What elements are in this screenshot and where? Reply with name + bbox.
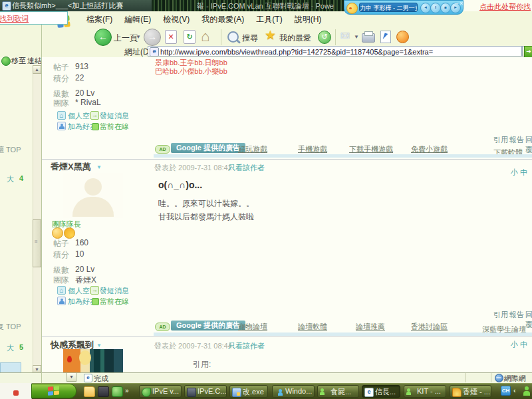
p1-message-link[interactable]: 發短消息 bbox=[100, 111, 129, 121]
menu-help[interactable]: 說明(H) bbox=[295, 14, 322, 25]
edit-icon[interactable] bbox=[380, 31, 391, 43]
p1-report-link[interactable]: 報告 bbox=[509, 135, 524, 145]
address-input[interactable]: e http://www.ipve.com/bbs/viewthread.php… bbox=[148, 46, 522, 57]
p3-avatar[interactable] bbox=[63, 349, 123, 372]
quicklaunch-overflow-chevron[interactable]: » bbox=[125, 387, 129, 394]
tray-messenger-icon[interactable] bbox=[523, 386, 531, 396]
bg-scrollbar-thumb[interactable] bbox=[33, 219, 41, 267]
bg-top-link-2[interactable]: 复 TOP bbox=[0, 322, 21, 332]
stop-button[interactable]: ✕ bbox=[165, 30, 177, 44]
background-window-titlebar[interactable]: e 信長類似mh>___<加上恒話打比賽 bbox=[0, 0, 153, 11]
p1-reply-link[interactable]: 回覆 bbox=[525, 135, 532, 155]
quicklaunch-folder-icon[interactable] bbox=[84, 386, 95, 397]
taskbar-button-windo[interactable]: Windo... bbox=[272, 385, 315, 398]
search-button-label[interactable]: 搜尋 bbox=[242, 33, 258, 44]
home-button[interactable]: ⌂ bbox=[201, 28, 209, 45]
back-button[interactable]: ← bbox=[94, 29, 112, 46]
background-window-corner bbox=[0, 383, 32, 399]
p2-message-icon[interactable]: → bbox=[90, 286, 99, 295]
player-minimize-button[interactable]: – bbox=[455, 0, 458, 7]
favorites-button-label[interactable]: 我的最愛 bbox=[279, 33, 311, 44]
favorites-star-icon[interactable]: ★ bbox=[265, 27, 276, 43]
p2-ad-link-1[interactable]: 寵物論壇 bbox=[238, 322, 267, 332]
p3-author-dropdown-icon[interactable]: ▼ bbox=[96, 342, 102, 348]
task-icon bbox=[275, 388, 283, 396]
forward-button[interactable]: → bbox=[144, 29, 161, 46]
taskbar-button-ipve-v[interactable]: IPvE v... bbox=[139, 385, 182, 398]
url-text[interactable]: http://www.ipve.com/bbs/viewthread.php?t… bbox=[160, 48, 513, 56]
p1-friend-icon[interactable] bbox=[57, 122, 66, 130]
p2-report-link[interactable]: 報告 bbox=[509, 310, 524, 320]
back-dropdown-icon[interactable]: ▼ bbox=[136, 34, 141, 40]
taskbar-button-ipve-c[interactable]: IPvE.C... bbox=[184, 385, 227, 398]
background-window-title: 信長類似mh>___<加上恒話打比賽 bbox=[12, 1, 123, 9]
toolbar-separator bbox=[221, 29, 221, 45]
p2-quote-link[interactable]: 引用 bbox=[493, 310, 508, 320]
go-button[interactable]: ➔ bbox=[524, 46, 532, 58]
p1-ad-link-1[interactable]: 好玩遊戲 bbox=[238, 144, 267, 154]
p3-font-size-widget[interactable]: 小 中 bbox=[511, 340, 527, 350]
taskbar-button-gai-exe[interactable]: 改.exe bbox=[229, 385, 268, 398]
menu-tools[interactable]: 工具(T) bbox=[256, 14, 282, 25]
menu-edit[interactable]: 編輯(E) bbox=[124, 14, 151, 25]
status-combo-button[interactable]: ▼ bbox=[66, 372, 76, 382]
taskbar-button-xiangyan[interactable]: 香煙 - ... bbox=[450, 385, 491, 398]
player-pause-button[interactable]: ‖ bbox=[430, 3, 441, 13]
p1-quote-link[interactable]: 引用 bbox=[493, 135, 508, 145]
search-icon[interactable] bbox=[227, 31, 239, 43]
p3-post-date: 發表於 2009-7-31 08:44 bbox=[154, 341, 232, 351]
p2-space-icon[interactable]: ⌂ bbox=[57, 286, 66, 295]
p3-only-author-link[interactable]: 只看該作者 bbox=[228, 341, 265, 351]
p1-message-icon[interactable]: → bbox=[90, 111, 99, 120]
p2-ad-link-2[interactable]: 論壇軟體 bbox=[298, 322, 327, 332]
menu-view[interactable]: 檢視(V) bbox=[163, 14, 190, 25]
p2-body-line: 哇。。原來可以汁裝嫁。。 bbox=[158, 198, 254, 209]
p1-space-icon[interactable]: ⌂ bbox=[57, 111, 66, 120]
taskbar-button-kit[interactable]: KIT - ... bbox=[404, 385, 446, 398]
lyrics-link[interactable]: 找到歌词 bbox=[0, 14, 29, 24]
p2-only-author-link[interactable]: 只看該作者 bbox=[228, 163, 265, 173]
p2-avatar[interactable] bbox=[63, 173, 123, 218]
tray-ime-indicator[interactable]: CH bbox=[501, 386, 511, 396]
player-prev-button[interactable]: ◄ bbox=[420, 3, 431, 13]
p1-level-value: 20 Lv bbox=[75, 88, 94, 98]
messenger-icon[interactable] bbox=[396, 31, 409, 43]
menu-file[interactable]: 檔案(F) bbox=[86, 14, 112, 25]
internet-zone-icon bbox=[495, 374, 503, 382]
lyrics-popup[interactable]: 找到歌词 bbox=[0, 11, 68, 25]
quicklaunch-green-app-icon[interactable] bbox=[112, 386, 123, 397]
mail-dropdown-icon[interactable]: ▼ bbox=[354, 34, 359, 40]
windows-flag-icon bbox=[48, 386, 61, 397]
tray-collapse-chevron[interactable]: ‹ bbox=[513, 386, 516, 394]
p2-author-name[interactable]: 香煙X黑萬 bbox=[51, 161, 91, 173]
bg-links-label[interactable]: 連結 bbox=[27, 56, 42, 66]
p2-message-link[interactable]: 發短消息 bbox=[100, 286, 129, 296]
taskbar-button-nobunaga-active[interactable]: e 信長... bbox=[362, 385, 400, 398]
start-button[interactable] bbox=[31, 384, 76, 398]
bg-top-link-1[interactable]: 壇 TOP bbox=[0, 145, 21, 155]
p2-ad-brand: Google 提供的廣告 bbox=[171, 321, 245, 331]
menu-favorites[interactable]: 我的最愛(A) bbox=[201, 14, 244, 25]
player-stop-button[interactable]: ■ bbox=[440, 3, 451, 13]
quicklaunch-app-icon[interactable] bbox=[98, 386, 109, 397]
p2-ad-link-4[interactable]: 香港討論區 bbox=[411, 322, 448, 332]
p2-friend-icon[interactable] bbox=[57, 297, 66, 305]
mail-icon[interactable]: ✉ bbox=[340, 29, 350, 43]
p1-ad-link-4[interactable]: 免費小遊戲 bbox=[411, 144, 448, 154]
print-icon[interactable] bbox=[362, 33, 375, 43]
promo-link[interactable]: 点击此处帮你找 bbox=[479, 2, 531, 12]
history-icon[interactable]: ↺ bbox=[318, 31, 331, 44]
p1-ad-link-2[interactable]: 手機遊戲 bbox=[298, 144, 327, 154]
p2-author-dropdown-icon[interactable]: ▼ bbox=[96, 164, 102, 170]
mini-player[interactable]: 力申 李彩樺 - 二男一女 ◄ ‖ ■ ► – × bbox=[344, 0, 464, 15]
player-close-button[interactable]: × bbox=[460, 0, 463, 7]
back-button-label[interactable]: 上一頁 bbox=[114, 33, 138, 44]
bg-go-label[interactable]: 移至 bbox=[11, 56, 26, 66]
refresh-button[interactable]: ↻ bbox=[184, 30, 196, 44]
p2-font-size-widget[interactable]: 小 中 bbox=[511, 168, 527, 178]
p1-ad-link-3[interactable]: 下載手機遊戲 bbox=[349, 144, 393, 154]
p2-ad-link-3[interactable]: 論壇推薦 bbox=[356, 322, 385, 332]
p2-reply-link[interactable]: 回覆 bbox=[525, 310, 532, 330]
bg-scroll-up-button[interactable]: ▲ bbox=[33, 65, 41, 74]
taskbar-button-shishi[interactable]: 食屍... bbox=[317, 385, 359, 398]
